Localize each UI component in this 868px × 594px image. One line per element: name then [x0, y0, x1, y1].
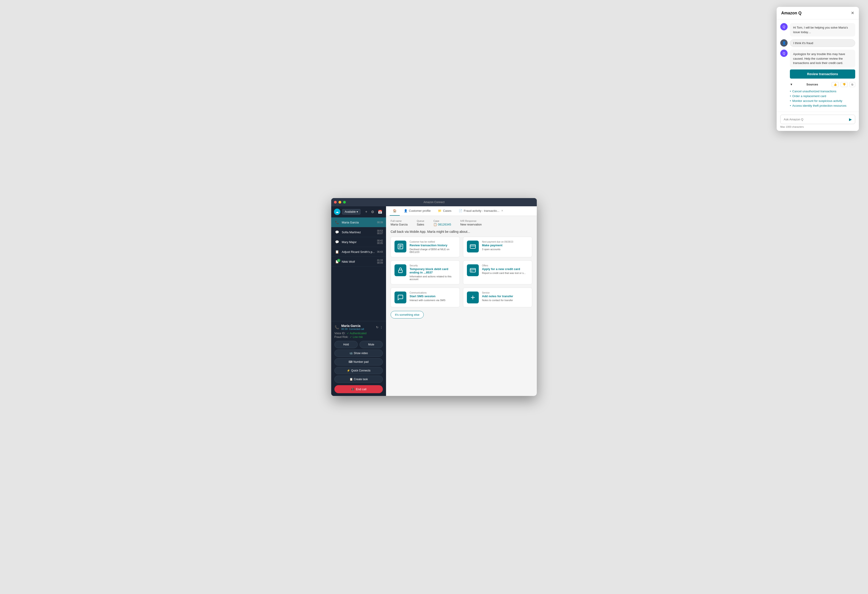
review-transactions-button[interactable]: Review transactions	[790, 69, 855, 78]
active-call-section: 📞 Maria Garcia 00:39 Connected call ↻ ⋮	[331, 321, 386, 396]
copy-button[interactable]: ⧉	[849, 82, 855, 87]
chat-message-2: 👤 I think it's fraud	[780, 39, 855, 47]
card-tag: Offers	[482, 264, 528, 267]
user-bubble: I think it's fraud	[790, 39, 855, 47]
show-video-button[interactable]: 📹 Show video	[334, 350, 383, 357]
amazon-q-panel: Amazon Q ✕ Q Hi Tom, I will be helping y…	[776, 7, 859, 131]
cards-grid: Customer has be notified Review transact…	[391, 237, 532, 307]
card-make-payment[interactable]: Next payment due on 09/28/23 Make paymen…	[463, 237, 532, 257]
sources-toggle-icon[interactable]: ▼	[790, 83, 793, 86]
doc-icon: 📄	[459, 209, 462, 213]
home-icon: 🏠	[393, 209, 397, 213]
mute-button[interactable]: Mute	[360, 341, 383, 348]
number-pad-button[interactable]: ⌨ Number pad	[334, 358, 383, 365]
contact-name: Adjust Ricard Smith's p...	[342, 250, 375, 254]
source-item[interactable]: Order a replacement card	[790, 94, 855, 99]
case-col: Case 📋 08126345	[433, 220, 451, 226]
chat-message-3: Q Apologize for any trouble this may hav…	[780, 50, 855, 108]
q-input-field[interactable]	[781, 115, 846, 123]
queue-label: Queue	[417, 220, 424, 222]
contact-item[interactable]: 📋 Adjust Ricard Smith's p... 06:43	[331, 247, 386, 257]
tab-home[interactable]: 🏠	[390, 206, 400, 216]
card-block-debit[interactable]: Security Temporary block debit card endi…	[391, 260, 460, 284]
something-else-button[interactable]: It's something else	[391, 311, 424, 318]
add-contact-button[interactable]: +	[364, 209, 368, 215]
end-call-button[interactable]: 📵 End call	[334, 385, 383, 393]
tab-customer-profile[interactable]: 👤 Customer profile	[401, 206, 434, 216]
status-dropdown[interactable]: Available ▾	[342, 209, 360, 214]
q-input-row: ▶	[780, 115, 855, 124]
card-title: Make payment	[482, 244, 528, 247]
svg-rect-7	[470, 269, 475, 272]
contact-time2: 00:09	[377, 262, 383, 264]
card-review-transaction[interactable]: Customer has be notified Review transact…	[391, 237, 460, 257]
mac-titlebar: Amazon Connect	[331, 198, 537, 206]
sources-list: Cancel unauthorized transactions Order a…	[790, 89, 855, 108]
ivr-label: IVR Response	[460, 220, 482, 222]
contact-name: Sofia Martínez	[342, 231, 375, 234]
card-icon-box	[394, 241, 406, 253]
task-icon: 📋1	[334, 259, 340, 264]
hold-button[interactable]: Hold	[334, 341, 358, 348]
case-value[interactable]: 📋 08126345	[433, 223, 451, 226]
source-item[interactable]: Access identity theft protection resourc…	[790, 103, 855, 108]
close-button[interactable]	[334, 201, 337, 204]
active-call-phone-icon: 📞	[334, 325, 340, 330]
source-item[interactable]: Monitor account for suspicious activity	[790, 99, 855, 103]
thumbs-up-button[interactable]: 👍	[832, 82, 839, 87]
task-icon: 📋	[334, 249, 340, 254]
contact-item[interactable]: 💬 Mary Major 00:42 00:05	[331, 237, 386, 247]
create-task-button[interactable]: 📋 Create task	[334, 375, 383, 383]
card-title: Apply for a new credit card	[482, 267, 528, 271]
tab-cases[interactable]: 📁 Cases	[435, 206, 455, 216]
contact-time2: 00:07	[377, 232, 383, 235]
contact-time2: 00:05	[377, 242, 383, 244]
info-row: Full name Maria Garcia Queue Sales Case …	[391, 220, 532, 226]
card-desc: Information and actions related to this …	[410, 275, 456, 281]
card-icon-box	[467, 241, 479, 253]
contact-item[interactable]: 📞 Maria Garcia 00:39	[331, 217, 386, 227]
fraud-risk-text: Low risk	[353, 335, 363, 338]
contact-item[interactable]: 💬 Sofia Martínez 00:53 00:07	[331, 227, 386, 237]
source-item[interactable]: Cancel unauthorized transactions	[790, 89, 855, 94]
settings-icon[interactable]: ⚙	[370, 209, 375, 215]
queue-col: Queue Sales	[417, 220, 424, 226]
content-area: Full name Maria Garcia Queue Sales Case …	[386, 216, 537, 396]
full-name-label: Full name	[391, 220, 407, 222]
card-icon-box	[467, 291, 479, 303]
refresh-icon[interactable]: ↻	[376, 325, 378, 329]
card-apply-credit[interactable]: Offers Apply for a new credit card Repor…	[463, 260, 532, 284]
voice-id-label: Voice ID:	[334, 332, 345, 335]
low-risk-badge: ✓ Low risk	[350, 335, 363, 338]
fullscreen-button[interactable]	[343, 201, 346, 204]
card-title: Add notes for transfer	[482, 294, 528, 298]
q-header: Amazon Q ✕	[776, 7, 859, 19]
card-tag: Service	[482, 291, 528, 294]
card-tag: Communications	[410, 291, 456, 294]
card-add-notes[interactable]: Service Add notes for transfer Notes to …	[463, 288, 532, 307]
tab-fraud-activity[interactable]: 📄 Fraud activity - transactio... ✕	[455, 206, 506, 216]
q-close-button[interactable]: ✕	[851, 10, 854, 16]
svg-rect-4	[470, 245, 475, 248]
q-send-button[interactable]: ▶	[846, 115, 855, 124]
minimize-button[interactable]	[338, 201, 341, 204]
full-name-value: Maria Garcia	[391, 223, 407, 226]
window-title: Amazon Connect	[424, 201, 444, 204]
more-options-icon[interactable]: ⋮	[380, 325, 383, 329]
calendar-icon[interactable]: 📅	[377, 209, 383, 215]
card-icon-box	[467, 264, 479, 276]
ivr-value: New reservation	[460, 223, 482, 226]
card-sms-session[interactable]: Communications Start SMS session Interac…	[391, 288, 460, 307]
contact-time1: 06:43	[377, 251, 383, 253]
quick-connects-button[interactable]: ⚡ Quick Connects	[334, 367, 383, 374]
contact-name: Maria Garcia	[342, 221, 375, 224]
card-title: Start SMS session	[410, 294, 456, 298]
logo-icon: ☁	[334, 208, 340, 215]
phone-icon: 📞	[334, 220, 340, 225]
user-avatar: 👤	[780, 39, 788, 47]
contact-item[interactable]: 📋1 Nikki Wolf 01:33 00:09	[331, 257, 386, 267]
tab-close-icon[interactable]: ✕	[501, 209, 503, 212]
full-name-col: Full name Maria Garcia	[391, 220, 407, 226]
thumbs-down-button[interactable]: 👎	[841, 82, 848, 87]
chevron-down-icon: ▾	[357, 210, 358, 213]
